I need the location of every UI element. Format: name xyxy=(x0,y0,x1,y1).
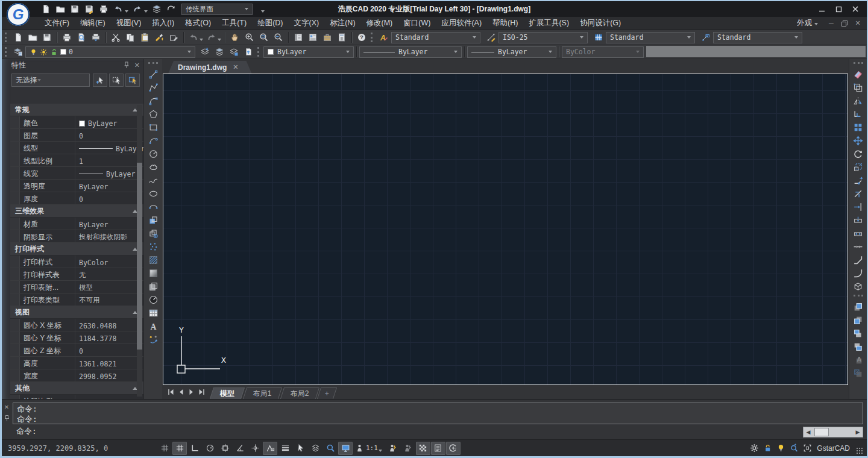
toolbar-grip[interactable] xyxy=(148,62,158,65)
chamfer-tool[interactable] xyxy=(851,253,866,266)
paste-button[interactable] xyxy=(137,31,152,44)
document-tab[interactable]: Drawing1.dwg ✕ xyxy=(168,61,252,74)
menu-item-0[interactable]: 文件(F) xyxy=(39,17,75,30)
menu-item-14[interactable]: 协同设计(G) xyxy=(574,17,626,30)
selection-combo[interactable]: 无选择 xyxy=(11,74,90,87)
edit-block-button[interactable] xyxy=(166,31,181,44)
scroll-right-icon[interactable]: ▶ xyxy=(853,427,863,437)
ellipse-tool[interactable] xyxy=(145,187,161,200)
arc-start-center-tool[interactable] xyxy=(145,134,161,147)
layout-first-button[interactable] xyxy=(166,387,176,397)
clean-screen-toggle[interactable] xyxy=(446,442,461,455)
transparency-toggle[interactable] xyxy=(416,442,430,455)
qat-overflow-icon[interactable] xyxy=(261,10,265,13)
app-logo-button[interactable]: G xyxy=(7,3,30,26)
menu-item-1[interactable]: 编辑(E) xyxy=(75,17,111,30)
isolate-objects-toggle[interactable] xyxy=(308,442,322,455)
property-value[interactable]: ByLayer xyxy=(75,116,143,128)
revision-cloud-tool[interactable] xyxy=(145,160,161,174)
section-header-4[interactable]: 其他 xyxy=(10,382,143,395)
drawing-canvas[interactable] xyxy=(163,74,848,384)
scale-tool[interactable] xyxy=(851,160,866,174)
boundary-tool[interactable] xyxy=(145,293,161,306)
auto-annotation-toggle[interactable] xyxy=(401,442,415,455)
bring-to-front-tool[interactable] xyxy=(851,300,866,313)
dim-style-combo[interactable]: ISO-25 xyxy=(498,32,588,43)
section-header-1[interactable]: 三维效果 xyxy=(10,205,143,218)
property-value[interactable]: 0 xyxy=(75,192,143,204)
text-tool[interactable]: A xyxy=(145,319,161,333)
layer-thaw-sun-icon[interactable] xyxy=(40,48,48,56)
snap-toggle[interactable] xyxy=(157,442,172,455)
menu-item-12[interactable]: 帮助(H) xyxy=(487,17,523,30)
layer-states-button[interactable] xyxy=(198,45,212,58)
toolbar-grip[interactable] xyxy=(854,295,863,298)
appearance-menu[interactable]: 外观 xyxy=(791,17,823,30)
property-value[interactable]: 不可用 xyxy=(75,293,143,306)
scrollbar-thumb[interactable] xyxy=(137,163,142,350)
redo-button[interactable] xyxy=(204,31,219,44)
menu-item-8[interactable]: 标注(N) xyxy=(324,17,360,30)
property-value[interactable]: 模型 xyxy=(75,281,143,293)
tab-close-icon[interactable]: ✕ xyxy=(233,63,238,71)
quickcalc-button[interactable] xyxy=(335,31,349,44)
join-tool[interactable] xyxy=(851,240,866,253)
layout-tab-0[interactable]: 模型 xyxy=(210,387,245,399)
plot-preview-button[interactable] xyxy=(74,31,89,44)
scroll-left-icon[interactable]: ◀ xyxy=(804,427,813,437)
multiline-text-tool[interactable] xyxy=(145,333,161,346)
multiple-points-tool[interactable] xyxy=(145,240,161,253)
menu-item-13[interactable]: 扩展工具(S) xyxy=(523,17,574,30)
undo-button[interactable] xyxy=(186,31,201,44)
ui-lock-icon[interactable] xyxy=(763,444,772,453)
property-value[interactable]: ByLayer xyxy=(75,218,143,230)
menu-item-4[interactable]: 格式(O) xyxy=(180,17,216,30)
new-button[interactable] xyxy=(39,2,52,16)
region-tool[interactable] xyxy=(145,280,161,293)
make-block-tool[interactable] xyxy=(145,227,161,240)
layer-on-bulb-icon[interactable] xyxy=(30,48,37,56)
property-value[interactable]: 1:1 xyxy=(75,395,143,399)
property-value[interactable]: 2998.0952 xyxy=(75,369,143,381)
toolbar-grip[interactable] xyxy=(371,33,374,42)
property-value[interactable]: 1361.0821 xyxy=(75,357,143,369)
text-style-combo[interactable]: Standard xyxy=(391,32,480,43)
ortho-toggle[interactable] xyxy=(187,442,202,455)
polygon-tool[interactable] xyxy=(145,107,161,121)
section-header-2[interactable]: 打印样式 xyxy=(10,243,143,256)
menu-item-6[interactable]: 绘图(D) xyxy=(252,17,288,30)
fullscreen-icon[interactable] xyxy=(803,444,812,453)
tool-palettes-button[interactable] xyxy=(320,31,335,44)
child-restore-button[interactable] xyxy=(839,19,850,28)
layer-previous-button[interactable] xyxy=(227,45,241,58)
menu-item-2[interactable]: 视图(V) xyxy=(111,17,147,30)
print-button[interactable] xyxy=(97,2,110,16)
designcenter-button[interactable] xyxy=(306,31,320,44)
undo-button-caret-icon[interactable] xyxy=(125,10,128,13)
linetype-combo[interactable]: ByLayer xyxy=(359,46,462,58)
copy-tool[interactable] xyxy=(851,81,866,94)
settings-gear-icon[interactable] xyxy=(750,444,759,453)
pin-icon[interactable] xyxy=(4,415,10,422)
save-as-button[interactable] xyxy=(83,2,96,16)
annotation-visibility-toggle[interactable] xyxy=(386,442,400,455)
new-button[interactable] xyxy=(11,31,25,44)
command-hscrollbar[interactable]: ◀ ▶ xyxy=(803,427,863,438)
pan-button[interactable] xyxy=(228,31,242,44)
property-value[interactable]: 1184.3778 xyxy=(75,331,143,344)
layout-next-button[interactable] xyxy=(186,387,197,397)
menu-item-9[interactable]: 修改(M) xyxy=(361,17,398,30)
send-under-objects-tool[interactable] xyxy=(851,340,866,353)
toolbar-grip[interactable] xyxy=(257,47,260,57)
command-input[interactable]: 命令: xyxy=(13,424,863,439)
select-window-button[interactable] xyxy=(109,74,124,87)
layout-tab-2[interactable]: 布局2 xyxy=(280,387,319,399)
menu-item-3[interactable]: 插入(I) xyxy=(146,17,180,30)
property-value[interactable]: 投射和接收阴影 xyxy=(75,230,143,242)
property-value[interactable]: ByLayer xyxy=(75,142,143,154)
rectangle-tool[interactable] xyxy=(145,121,161,134)
section-header-3[interactable]: 视图 xyxy=(10,306,143,319)
zoom-previous-button[interactable] xyxy=(271,31,286,44)
layer-properties-button[interactable] xyxy=(11,45,25,58)
3d-osnap-toggle[interactable] xyxy=(233,442,247,455)
